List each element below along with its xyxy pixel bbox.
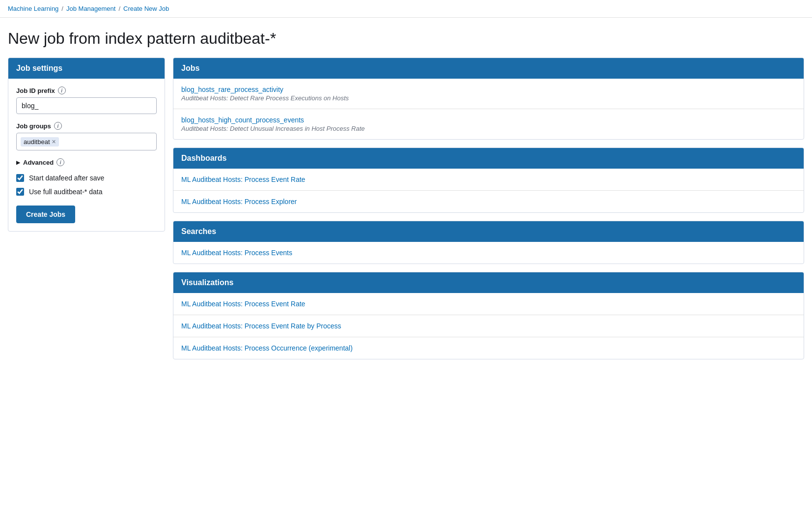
visualizations-section: Visualizations ML Auditbeat Hosts: Proce… bbox=[173, 272, 804, 359]
visualizations-section-items: ML Auditbeat Hosts: Process Event Rate M… bbox=[173, 293, 804, 359]
create-jobs-button[interactable]: Create Jobs bbox=[16, 206, 75, 223]
job-settings-panel: Job settings Job ID prefix i Job groups … bbox=[8, 58, 165, 232]
job-settings-header: Job settings bbox=[8, 58, 165, 79]
viz-item-2-link[interactable]: ML Auditbeat Hosts: Process Occurrence (… bbox=[181, 344, 353, 352]
breadcrumb-sep-2: / bbox=[118, 5, 120, 12]
checkbox-start-datafeed-input[interactable] bbox=[16, 174, 24, 182]
advanced-section: ▶ Advanced i bbox=[16, 158, 157, 166]
jobs-section-header: Jobs bbox=[173, 58, 804, 79]
breadcrumb-create-new-job[interactable]: Create New Job bbox=[123, 5, 169, 12]
dashboard-item-1-link[interactable]: ML Auditbeat Hosts: Process Explorer bbox=[181, 198, 297, 206]
job-groups-info-icon[interactable]: i bbox=[54, 122, 62, 130]
breadcrumb-machine-learning[interactable]: Machine Learning bbox=[8, 5, 58, 12]
job-item-0: blog_hosts_rare_process_activity Auditbe… bbox=[173, 79, 804, 109]
job-groups-group: Job groups i auditbeat × bbox=[16, 122, 157, 150]
searches-section: Searches ML Auditbeat Hosts: Process Eve… bbox=[173, 221, 804, 264]
dashboard-item-1: ML Auditbeat Hosts: Process Explorer bbox=[173, 191, 804, 212]
job-groups-tag-input[interactable]: auditbeat × bbox=[16, 133, 157, 150]
main-layout: Job settings Job ID prefix i Job groups … bbox=[0, 58, 812, 379]
dashboards-section-items: ML Auditbeat Hosts: Process Event Rate M… bbox=[173, 169, 804, 212]
advanced-arrow-icon: ▶ bbox=[16, 160, 20, 165]
dashboard-item-0: ML Auditbeat Hosts: Process Event Rate bbox=[173, 169, 804, 191]
right-panel: Jobs blog_hosts_rare_process_activity Au… bbox=[173, 58, 804, 367]
job-id-prefix-input[interactable] bbox=[16, 97, 157, 114]
job-id-prefix-label: Job ID prefix i bbox=[16, 87, 157, 94]
checkbox-group: Start datafeed after save Use full audit… bbox=[16, 174, 157, 196]
job-item-0-desc: Auditbeat Hosts: Detect Rare Process Exe… bbox=[181, 94, 796, 102]
checkbox-use-full-data-input[interactable] bbox=[16, 188, 24, 196]
checkbox-start-datafeed[interactable]: Start datafeed after save bbox=[16, 174, 157, 182]
dashboards-section: Dashboards ML Auditbeat Hosts: Process E… bbox=[173, 147, 804, 213]
viz-item-0: ML Auditbeat Hosts: Process Event Rate bbox=[173, 293, 804, 315]
viz-item-2: ML Auditbeat Hosts: Process Occurrence (… bbox=[173, 337, 804, 359]
checkbox-use-full-data-label: Use full auditbeat-* data bbox=[29, 188, 102, 196]
job-id-prefix-info-icon[interactable]: i bbox=[58, 87, 66, 94]
job-item-0-link[interactable]: blog_hosts_rare_process_activity bbox=[181, 86, 796, 93]
tag-auditbeat-remove[interactable]: × bbox=[52, 138, 56, 145]
jobs-section-items: blog_hosts_rare_process_activity Auditbe… bbox=[173, 79, 804, 139]
dashboard-item-0-link[interactable]: ML Auditbeat Hosts: Process Event Rate bbox=[181, 176, 305, 183]
visualizations-section-header: Visualizations bbox=[173, 272, 804, 293]
job-settings-body: Job ID prefix i Job groups i auditbeat × bbox=[8, 79, 165, 231]
advanced-info-icon[interactable]: i bbox=[56, 158, 64, 166]
jobs-section: Jobs blog_hosts_rare_process_activity Au… bbox=[173, 58, 804, 140]
searches-section-header: Searches bbox=[173, 221, 804, 242]
dashboards-section-header: Dashboards bbox=[173, 148, 804, 169]
job-item-1-link[interactable]: blog_hosts_high_count_process_events bbox=[181, 116, 796, 124]
job-groups-label: Job groups i bbox=[16, 122, 157, 130]
breadcrumb: Machine Learning / Job Management / Crea… bbox=[0, 0, 812, 18]
viz-item-0-link[interactable]: ML Auditbeat Hosts: Process Event Rate bbox=[181, 300, 305, 308]
checkbox-use-full-data[interactable]: Use full auditbeat-* data bbox=[16, 188, 157, 196]
checkbox-start-datafeed-label: Start datafeed after save bbox=[29, 174, 104, 182]
breadcrumb-sep-1: / bbox=[61, 5, 63, 12]
advanced-label: Advanced bbox=[23, 159, 54, 166]
job-item-1-desc: Auditbeat Hosts: Detect Unusual Increase… bbox=[181, 125, 796, 132]
tag-auditbeat-label: auditbeat bbox=[24, 138, 50, 146]
search-item-0: ML Auditbeat Hosts: Process Events bbox=[173, 242, 804, 264]
breadcrumb-job-management[interactable]: Job Management bbox=[66, 5, 115, 12]
search-item-0-link[interactable]: ML Auditbeat Hosts: Process Events bbox=[181, 249, 292, 257]
page-title: New job from index pattern auditbeat-* bbox=[0, 18, 812, 58]
viz-item-1-link[interactable]: ML Auditbeat Hosts: Process Event Rate b… bbox=[181, 322, 341, 330]
tag-auditbeat: auditbeat × bbox=[21, 137, 59, 147]
viz-item-1: ML Auditbeat Hosts: Process Event Rate b… bbox=[173, 315, 804, 337]
advanced-toggle[interactable]: ▶ Advanced i bbox=[16, 158, 157, 166]
searches-section-items: ML Auditbeat Hosts: Process Events bbox=[173, 242, 804, 264]
job-item-1: blog_hosts_high_count_process_events Aud… bbox=[173, 109, 804, 139]
job-id-prefix-group: Job ID prefix i bbox=[16, 87, 157, 114]
